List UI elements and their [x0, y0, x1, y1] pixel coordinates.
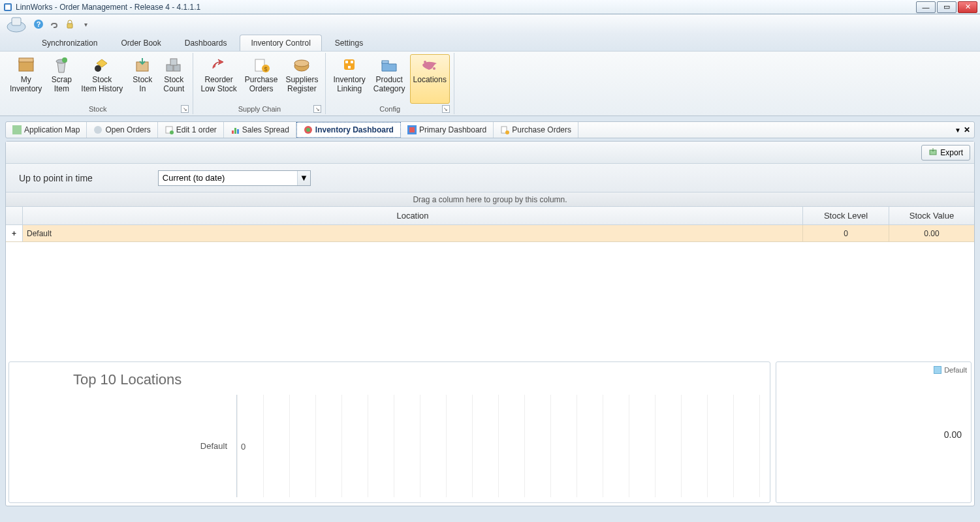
col-stock-level[interactable]: Stock Level	[803, 207, 889, 224]
dropdown-arrow-icon[interactable]: ▾	[80, 18, 91, 30]
help-icon[interactable]: ?	[33, 18, 44, 30]
bar-area: 0	[236, 395, 765, 497]
svg-text:$: $	[264, 66, 268, 72]
svg-rect-8	[19, 58, 33, 62]
cell-stock-value: 0.00	[889, 225, 974, 241]
launcher-icon[interactable]: ↘	[442, 105, 450, 113]
ribbon-group-supply-label: Supply Chain↘	[197, 104, 321, 114]
close-button[interactable]: ✕	[958, 1, 977, 13]
titlebar: LinnWorks - Order Management - Release 4…	[0, 0, 980, 14]
history-icon	[91, 56, 112, 74]
grid-body	[6, 242, 974, 359]
reorder-icon	[208, 56, 229, 74]
link-icon[interactable]	[48, 18, 60, 30]
svg-point-26	[424, 61, 426, 63]
svg-rect-1	[5, 5, 10, 10]
col-stock-value[interactable]: Stock Value	[889, 207, 974, 224]
ribbon-scrap-item[interactable]: Scrap Item	[46, 54, 76, 104]
app-icon	[3, 2, 13, 12]
tabs-menu-icon[interactable]: ▼	[955, 127, 961, 134]
trash-icon	[51, 56, 72, 74]
col-location[interactable]: Location	[23, 207, 803, 224]
tab-inventory-control[interactable]: Inventory Control	[240, 35, 321, 51]
export-button[interactable]: Export	[921, 145, 970, 161]
svg-rect-32	[232, 130, 234, 134]
chart-legend: Default	[934, 366, 967, 374]
linking-icon	[339, 56, 360, 74]
expand-toggle[interactable]: +	[6, 225, 23, 241]
svg-point-31	[170, 130, 174, 134]
purchase-icon: $	[251, 56, 272, 74]
svg-point-11	[95, 65, 101, 72]
tab-synchronization[interactable]: Synchronization	[31, 35, 108, 51]
ribbon-group-stock-label: Stock↘	[7, 104, 189, 114]
boxes-icon	[163, 56, 184, 74]
doctab-sales-spread[interactable]: Sales Spread	[224, 122, 296, 138]
doctab-edit-order[interactable]: Edit 1 order	[158, 122, 224, 138]
po-icon	[500, 125, 509, 134]
tabs-close-icon[interactable]: ✕	[964, 125, 970, 134]
ribbon-my-inventory[interactable]: My Inventory	[7, 54, 45, 104]
bar-value-label: 0	[241, 441, 245, 451]
edit-icon	[165, 125, 174, 134]
maximize-button[interactable]: ▭	[937, 1, 956, 13]
svg-point-10	[62, 57, 67, 63]
table-row[interactable]: + Default 0 0.00	[6, 225, 974, 242]
ribbon-purchase-orders[interactable]: $Purchase Orders	[242, 54, 281, 104]
svg-rect-28	[12, 125, 22, 134]
tab-order-book[interactable]: Order Book	[110, 35, 171, 51]
app-logo-icon[interactable]	[4, 14, 29, 34]
chart-right-value: 0.00	[944, 429, 962, 440]
time-range-combo[interactable]: Current (to date) ▼	[158, 170, 311, 186]
ribbon-reorder-low-stock[interactable]: Reorder Low Stock	[197, 54, 240, 104]
svg-rect-3	[12, 18, 21, 25]
chart-title: Top 10 Locations	[14, 367, 765, 395]
doctab-open-orders[interactable]: Open Orders	[87, 122, 157, 138]
lock-icon[interactable]	[64, 18, 76, 30]
svg-rect-6	[67, 23, 72, 28]
doctab-inventory-dashboard[interactable]: Inventory Dashboard	[296, 122, 401, 138]
svg-rect-22	[345, 61, 348, 63]
doctab-purchase-orders[interactable]: Purchase Orders	[494, 122, 578, 138]
launcher-icon[interactable]: ↘	[313, 105, 321, 113]
tab-settings[interactable]: Settings	[324, 35, 373, 51]
supplier-icon	[291, 56, 312, 74]
launcher-icon[interactable]: ↘	[181, 105, 189, 113]
svg-point-40	[505, 130, 509, 134]
svg-point-20	[294, 60, 309, 67]
group-by-area[interactable]: Drag a column here to group by this colu…	[6, 192, 974, 207]
dashboard-icon	[304, 125, 313, 134]
ribbon-stock-item-history[interactable]: Stock Item History	[78, 54, 126, 104]
col-expand	[6, 207, 23, 224]
chart-icon	[230, 125, 240, 134]
chart-value-panel: Default 0.00	[776, 361, 972, 503]
svg-point-29	[94, 126, 102, 134]
ribbon-inventory-linking[interactable]: Inventory Linking	[330, 54, 368, 104]
ribbon-group-config: Inventory Linking Product Category Locat…	[326, 53, 454, 114]
box-in-icon	[132, 56, 153, 74]
ribbon-product-category[interactable]: Product Category	[370, 54, 409, 104]
svg-text:?: ?	[37, 20, 41, 28]
filter-row: Up to point in time Current (to date) ▼	[6, 164, 974, 192]
content-toolbar: Export	[6, 142, 974, 164]
ribbon-stock-count[interactable]: Stock Count	[159, 54, 189, 104]
svg-rect-38	[409, 127, 415, 132]
svg-rect-25	[382, 61, 388, 63]
svg-rect-33	[234, 128, 236, 134]
minimize-button[interactable]: —	[916, 1, 936, 13]
ribbon-group-stock: My Inventory Scrap Item Stock Item Histo…	[3, 53, 193, 114]
ribbon-suppliers-register[interactable]: Suppliers Register	[282, 54, 321, 104]
grid-header: Location Stock Level Stock Value	[6, 207, 974, 225]
chart-top10-locations: Top 10 Locations Default 0	[8, 361, 770, 503]
tab-dashboards[interactable]: Dashboards	[174, 35, 238, 51]
svg-rect-23	[351, 61, 353, 63]
ribbon-locations[interactable]: Locations	[410, 54, 450, 104]
doctab-primary-dashboard[interactable]: Primary Dashboard	[401, 122, 494, 138]
quick-access-bar: ? ▾	[0, 14, 980, 34]
svg-rect-15	[170, 59, 177, 65]
filter-label: Up to point in time	[19, 173, 93, 183]
ribbon-stock-in[interactable]: Stock In	[127, 54, 157, 104]
bar-label: Default	[47, 395, 236, 497]
charts-row: Top 10 Locations Default 0 Default 0.00	[6, 359, 974, 506]
doctab-application-map[interactable]: Application Map	[6, 122, 87, 138]
